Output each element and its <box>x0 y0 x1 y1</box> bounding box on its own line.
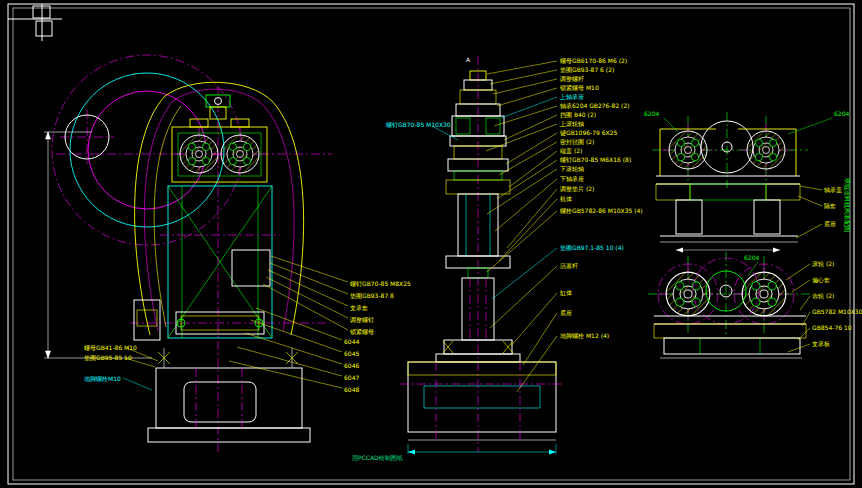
callout-label: 轴承6204 GB276-82 (2) <box>560 102 630 110</box>
callout-label: 螺母GB6170-86 M6 (2) <box>560 57 627 65</box>
center-column <box>134 186 280 340</box>
drawing-title-vertical: 双辊送料机构装配图 <box>843 178 851 232</box>
callout-label: 调整垫片 (2) <box>559 185 594 193</box>
gear-bearing-left <box>658 264 718 324</box>
callout-label: 螺母GB41-86 M10 <box>84 344 137 352</box>
item-number: 6048 <box>344 386 359 393</box>
bottom-section-view <box>648 252 812 358</box>
callout-label: 地脚螺栓M10 <box>84 375 121 383</box>
top-section-view <box>652 112 808 253</box>
callout-label: 垫圈GB93-87 6 (2) <box>560 66 614 74</box>
front-view <box>44 55 332 452</box>
callout-label: 垫圈GB97.1-85 10 (4) <box>560 244 624 252</box>
side-view: A 螺钉GB70-85 M10X30 <box>386 56 564 455</box>
item-number: 6045 <box>344 350 359 357</box>
callout-label: 垫圈GB95-85 10 <box>84 354 132 362</box>
callout-label: 缸体 <box>560 289 572 296</box>
callout-label: 地脚螺栓 M12 (4) <box>560 332 609 340</box>
front-view-callouts: 螺钉GB70-85 M8X25 垫圈GB93-87 8 支承套 调整螺钉 锁紧螺… <box>84 256 411 393</box>
callout-label: 调整螺钉 <box>349 316 374 324</box>
callout-label: 上滚轮轴 <box>559 120 584 128</box>
callout-label: 上轴承座 <box>559 93 584 101</box>
callout-label: 隔套 <box>824 202 836 210</box>
roller-bearing-right <box>214 128 266 180</box>
gear-bearing-right <box>734 264 794 324</box>
callout-label: 螺栓GB5782-86 M10X35 (4) <box>560 207 643 215</box>
callout-label: 齿轮 (2) <box>812 292 834 300</box>
cad-drawing: 螺钉GB70-85 M8X25 垫圈GB93-87 8 支承套 调整螺钉 锁紧螺… <box>0 0 862 488</box>
machine-base <box>148 348 310 442</box>
callout-label: 垫圈GB93-87 8 <box>350 292 394 300</box>
callout-label: 调整螺杆 <box>559 75 584 83</box>
callout-label: 支承板 <box>812 340 830 348</box>
frame-arms <box>135 82 304 335</box>
callout-label: 挡圈 B40 (2) <box>560 111 596 119</box>
callout-label: 支承套 <box>350 304 368 312</box>
item-number: 6046 <box>344 362 359 369</box>
footer-note: 用PCCAD绘制图纸 <box>352 454 403 462</box>
callout-label: 底座 <box>560 309 572 316</box>
side-view-base <box>400 362 564 455</box>
registration-marks <box>8 4 62 41</box>
callout-label: 滚轮 (2) <box>812 260 834 268</box>
callout-label: 下轴承座 <box>560 175 584 183</box>
bearing-code-label: 6204 <box>644 110 659 117</box>
item-number: 6044 <box>344 338 359 345</box>
callout-label: GB854-76 10 <box>812 324 852 331</box>
callout-label: 键GB1096-79 6X25 <box>560 129 617 137</box>
callout-label: 活塞杆 <box>560 262 578 270</box>
bearing-code-label: 6204 <box>834 110 849 117</box>
callout-label: 螺钉GB70-85 M8X25 <box>350 280 411 287</box>
callout-label: 端盖 (2) <box>560 147 582 154</box>
callout-label: 锁紧螺母 M10 <box>559 84 599 92</box>
callout-label: 螺钉GB70-85 M10X30 <box>386 121 451 128</box>
bearing-code-label: 6204 <box>744 254 759 261</box>
callout-label: 密封毡圈 (2) <box>560 138 594 146</box>
callout-label: 底座 <box>824 220 836 227</box>
item-number: 6047 <box>344 374 359 381</box>
callout-label: 锁紧螺母 <box>349 328 374 336</box>
cad-viewport: 螺钉GB70-85 M8X25 垫圈GB93-87 8 支承套 调整螺钉 锁紧螺… <box>0 0 862 488</box>
side-view-callouts: 螺母GB6170-86 M6 (2) 垫圈GB93-87 6 (2) 调整螺杆 … <box>486 57 643 392</box>
callout-label: 机体 <box>560 195 572 202</box>
callout-label: 偏心套 <box>812 276 830 284</box>
callout-label: GB5782 M10X30 <box>812 308 862 315</box>
section-label: A <box>466 56 471 63</box>
roller-housing <box>172 95 267 182</box>
callout-label: 下滚轮轴 <box>560 165 584 173</box>
callout-label: 轴承盖 <box>824 186 842 194</box>
callout-label: 螺钉GB70-85 M6X16 (8) <box>560 156 631 163</box>
